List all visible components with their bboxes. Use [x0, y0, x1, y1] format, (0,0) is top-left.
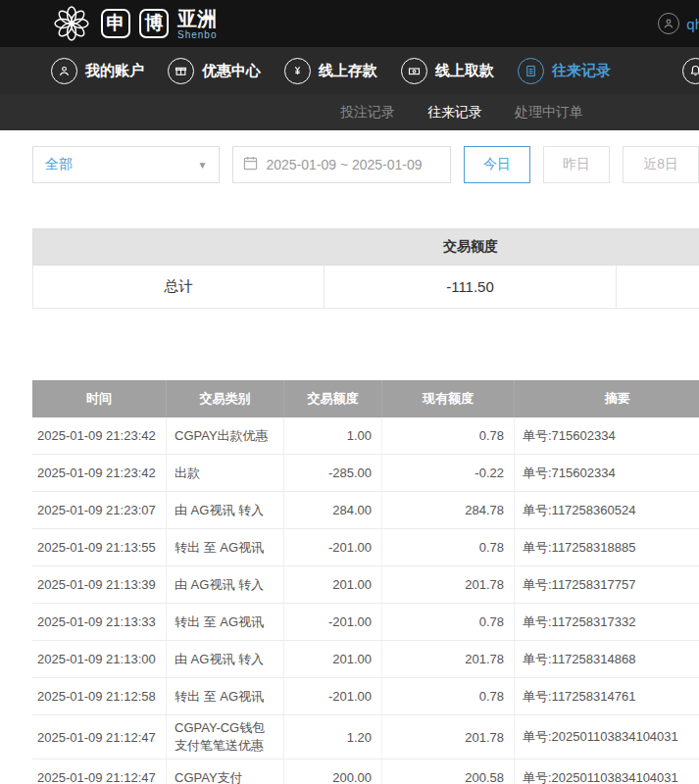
cell-time: 2025-01-09 21:23:42	[32, 455, 167, 491]
header-time: 时间	[32, 380, 167, 417]
cell-time: 2025-01-09 21:13:00	[32, 641, 167, 677]
nav-label: 线上取款	[435, 62, 494, 80]
cell-amount: 201.00	[284, 641, 382, 677]
cell-time: 2025-01-09 21:12:58	[32, 678, 167, 714]
last-8-days-button[interactable]: 近8日	[623, 146, 699, 183]
today-button[interactable]: 今日	[464, 146, 530, 183]
table-row: 2025-01-09 21:12:47 CGPAY-CG钱包支付笔笔送优惠 1.…	[32, 715, 699, 760]
brand-region: 亚洲	[177, 8, 217, 29]
cell-balance: 0.78	[382, 529, 515, 565]
cell-type: CGPAY支付	[167, 760, 284, 784]
cell-time: 2025-01-09 21:23:42	[32, 417, 167, 454]
cell-balance: 284.78	[382, 492, 515, 528]
cell-type: 转出 至 AG视讯	[167, 529, 284, 565]
brand-char-bo: 博	[139, 9, 169, 38]
cell-type: 转出 至 AG视讯	[167, 678, 284, 714]
user-account-menu[interactable]: qh	[658, 0, 699, 47]
table-header-row: 时间 交易类别 交易额度 现有额度 摘要	[32, 380, 699, 417]
nav-item-promotions[interactable]: 优惠中心	[168, 58, 261, 84]
cell-type: 由 AG视讯 转入	[167, 492, 284, 528]
cell-type: CGPAY出款优惠	[167, 417, 284, 454]
cell-note: 单号:117258314761	[515, 678, 699, 714]
cell-time: 2025-01-09 21:12:47	[32, 715, 167, 759]
header-type: 交易类别	[167, 380, 284, 417]
tab-processing-orders[interactable]: 处理中订单	[515, 104, 583, 122]
cell-note: 单号:117258318885	[515, 529, 699, 565]
nav-label: 往来记录	[552, 62, 611, 80]
avatar-icon	[658, 13, 679, 34]
cell-note: 单号:202501103834104031	[515, 715, 699, 759]
tab-betting-records[interactable]: 投注记录	[340, 104, 395, 122]
cell-note: 单号:715602334	[515, 417, 699, 454]
date-range-input[interactable]: 2025-01-09 ~ 2025-01-09	[232, 146, 450, 183]
table-row: 2025-01-09 21:12:47 CGPAY支付 200.00 200.5…	[32, 760, 699, 784]
cell-amount: -201.00	[284, 678, 382, 714]
records-sub-navigation: 投注记录 往来记录 处理中订单	[0, 94, 699, 130]
bell-icon[interactable]	[682, 58, 699, 84]
nav-item-withdraw[interactable]: 线上取款	[401, 58, 494, 84]
gift-icon	[168, 58, 194, 84]
cell-type: 由 AG视讯 转入	[167, 566, 284, 603]
nav-label: 线上存款	[319, 62, 377, 80]
cell-note: 单号:117258317332	[515, 604, 699, 640]
withdraw-icon	[401, 58, 427, 84]
filter-bar: 全部 ▼ 2025-01-09 ~ 2025-01-09 今日 昨日 近8日	[32, 146, 699, 183]
cell-amount: -201.00	[284, 529, 382, 565]
header-balance: 现有额度	[382, 380, 515, 417]
cell-note: 单号:715602334	[515, 455, 699, 491]
table-row: 2025-01-09 21:13:33 转出 至 AG视讯 -201.00 0.…	[32, 604, 699, 641]
header-note: 摘要	[515, 380, 699, 417]
category-select[interactable]: 全部 ▼	[32, 146, 220, 183]
cell-time: 2025-01-09 21:12:47	[32, 760, 167, 784]
cell-amount: -285.00	[284, 455, 382, 491]
cell-balance: 201.78	[382, 566, 515, 603]
nav-item-transaction-records[interactable]: 往来记录	[518, 58, 611, 84]
cell-amount: -201.00	[284, 604, 382, 640]
cell-balance: 201.78	[382, 641, 515, 677]
nav-label: 我的账户	[85, 62, 144, 80]
category-select-value: 全部	[45, 156, 73, 173]
cell-balance: 0.78	[382, 678, 515, 714]
cell-balance: 200.58	[382, 760, 515, 784]
cell-amount: 1.20	[284, 715, 382, 759]
nav-item-my-account[interactable]: 我的账户	[51, 58, 144, 84]
brand-logo[interactable]: 申 博 亚洲 Shenbo	[51, 3, 217, 44]
cell-note: 单号:202501103834104031	[515, 760, 699, 784]
cell-type: 由 AG视讯 转入	[167, 641, 284, 677]
tab-transaction-records[interactable]: 往来记录	[427, 104, 482, 122]
cell-time: 2025-01-09 21:13:33	[32, 604, 167, 640]
deposit-icon	[284, 58, 311, 84]
cell-balance: -0.22	[382, 455, 515, 491]
summary-empty-cell	[617, 266, 699, 308]
lotus-flower-icon	[51, 3, 92, 44]
summary-header: 交易额度	[32, 228, 699, 266]
table-row: 2025-01-09 21:12:58 转出 至 AG视讯 -201.00 0.…	[32, 678, 699, 715]
cell-balance: 201.78	[382, 715, 515, 759]
cell-note: 单号:117258314868	[515, 641, 699, 677]
user-icon	[51, 58, 77, 84]
summary-total-label: 总计	[33, 266, 325, 308]
cell-type: 出款	[167, 455, 284, 491]
table-row: 2025-01-09 21:23:07 由 AG视讯 转入 284.00 284…	[32, 492, 699, 529]
brand-char-shen: 申	[101, 9, 130, 38]
summary-total-value: -111.50	[325, 266, 616, 308]
top-header-bar: 申 博 亚洲 Shenbo qh	[0, 0, 699, 47]
chevron-down-icon: ▼	[197, 160, 207, 171]
records-icon	[518, 58, 544, 84]
nav-item-deposit[interactable]: 线上存款	[284, 58, 377, 84]
yesterday-button[interactable]: 昨日	[543, 146, 610, 183]
cell-type: CGPAY-CG钱包支付笔笔送优惠	[167, 715, 284, 759]
summary-total-row: 总计 -111.50	[32, 266, 699, 309]
cell-amount: 284.00	[284, 492, 382, 528]
table-row: 2025-01-09 21:23:42 出款 -285.00 -0.22 单号:…	[32, 455, 699, 492]
date-range-value: 2025-01-09 ~ 2025-01-09	[266, 157, 422, 172]
cell-time: 2025-01-09 21:23:07	[32, 492, 167, 528]
nav-label: 优惠中心	[202, 62, 261, 80]
cell-amount: 201.00	[284, 566, 382, 603]
cell-time: 2025-01-09 21:13:39	[32, 566, 167, 603]
table-row: 2025-01-09 21:13:00 由 AG视讯 转入 201.00 201…	[32, 641, 699, 678]
summary-table: 交易额度 总计 -111.50	[32, 228, 699, 309]
cell-amount: 1.00	[284, 417, 382, 454]
brand-subtitle: Shenbo	[177, 29, 217, 40]
username-text[interactable]: qh	[686, 16, 699, 32]
